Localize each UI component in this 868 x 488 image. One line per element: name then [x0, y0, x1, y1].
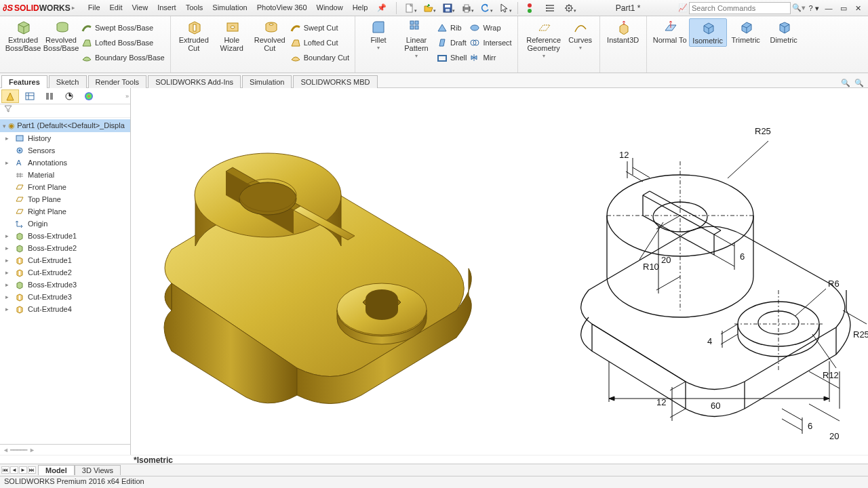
menu-help[interactable]: Help	[349, 2, 372, 14]
tree-item[interactable]: ▸Cut-Extrude2	[0, 266, 130, 279]
lofted-boss-button[interactable]: Lofted Boss/Base	[80, 36, 166, 49]
feature-tree[interactable]: ▾ ◉ Part1 (Default<<Default>_Displa ▸His…	[0, 118, 130, 444]
wrap-button[interactable]: Wrap	[468, 21, 513, 35]
options-gear-button[interactable]	[560, 1, 578, 15]
intersect-button[interactable]: Intersect	[468, 36, 513, 49]
expand-icon[interactable]: ▸	[5, 135, 12, 142]
menu-simulation[interactable]: Simulation	[208, 2, 251, 14]
tree-item[interactable]: Sensors	[0, 144, 130, 157]
tree-item[interactable]: ▸History	[0, 132, 130, 144]
open-button[interactable]	[420, 1, 437, 15]
dimetric-button[interactable]: Dimetric	[765, 18, 803, 45]
search-box[interactable]	[689, 2, 791, 14]
feature-filter[interactable]	[0, 104, 130, 118]
hole-wizard-button[interactable]: Hole Wizard	[213, 18, 251, 54]
linear-pattern-button[interactable]: Linear Pattern▾	[397, 18, 435, 61]
boss-icon	[14, 280, 25, 289]
extruded-cut-button[interactable]: Extruded Cut	[175, 18, 213, 54]
mirror-button[interactable]: Mirr	[468, 51, 513, 64]
tree-root[interactable]: ▾ ◉ Part1 (Default<<Default>_Displa	[0, 119, 130, 132]
tree-item[interactable]: ▸Cut-Extrude1	[0, 254, 130, 266]
expand-icon[interactable]: ▸	[5, 232, 12, 239]
tab-mbd[interactable]: SOLIDWORKS MBD	[293, 75, 377, 88]
tab-addins[interactable]: SOLIDWORKS Add-Ins	[148, 75, 241, 88]
trimetric-button[interactable]: Trimetric	[727, 18, 765, 45]
fm-tab-display[interactable]	[80, 89, 98, 103]
tab-sketch[interactable]: Sketch	[49, 75, 87, 88]
stats-icon[interactable]: 📈	[678, 3, 688, 12]
tree-item[interactable]: ▸Boss-Extrude3	[0, 279, 130, 291]
expand-icon[interactable]: ▸	[5, 281, 12, 288]
tab-render[interactable]: Render Tools	[88, 75, 147, 88]
rib-button[interactable]: Rib	[435, 21, 468, 35]
select-button[interactable]	[496, 1, 513, 15]
menu-tools[interactable]: Tools	[182, 2, 208, 14]
tree-item[interactable]: Origin	[0, 218, 130, 230]
expand-icon[interactable]: ▸	[5, 245, 12, 251]
swept-cut-button[interactable]: Swept Cut	[289, 21, 351, 35]
expand-icon[interactable]: ▸	[5, 159, 12, 166]
menu-edit[interactable]: Edit	[106, 2, 127, 14]
new-button[interactable]	[401, 1, 418, 15]
menu-photoview[interactable]: PhotoView 360	[253, 2, 311, 14]
menu-insert[interactable]: Insert	[153, 2, 180, 14]
isometric-button[interactable]: Isometric	[689, 18, 727, 47]
swept-boss-button[interactable]: Swept Boss/Base	[80, 21, 166, 35]
revolved-cut-button[interactable]: Revolved Cut	[251, 18, 289, 54]
curves-button[interactable]: Curves▾	[566, 18, 595, 53]
boundary-boss-button[interactable]: Boundary Boss/Base	[80, 51, 166, 64]
boundary-cut-button[interactable]: Boundary Cut	[289, 51, 351, 64]
tree-item[interactable]: Top Plane	[0, 193, 130, 205]
fm-tab-property[interactable]	[21, 89, 39, 103]
sheet-nav[interactable]: ⏮◄►⏭	[1, 466, 36, 474]
fm-tab-dimxpert[interactable]	[60, 89, 78, 103]
menu-view[interactable]: View	[127, 2, 152, 14]
tree-item[interactable]: ▸Boss-Extrude2	[0, 242, 130, 254]
save-button[interactable]	[439, 1, 456, 15]
close-button[interactable]: ✕	[852, 1, 865, 15]
help-button[interactable]: ? ▾	[807, 1, 821, 15]
revolved-boss-button[interactable]: Revolved Boss/Base	[42, 18, 80, 54]
normal-to-button[interactable]: Normal To	[651, 18, 689, 45]
fm-tab-features[interactable]	[1, 89, 19, 103]
tab-features[interactable]: Features	[1, 75, 47, 88]
fillet-button[interactable]: Fillet▾	[359, 18, 397, 53]
tree-item[interactable]: ▸AAnnotations	[0, 157, 130, 169]
expand-icon[interactable]: ▸	[5, 293, 12, 300]
shell-button[interactable]: Shell	[435, 51, 468, 64]
tree-item[interactable]: ▸Cut-Extrude4	[0, 303, 130, 315]
menu-window[interactable]: Window	[313, 2, 347, 14]
menu-pin-icon[interactable]: 📌	[373, 2, 391, 14]
tree-item-label: Sensors	[28, 146, 55, 155]
tab-model[interactable]: Model	[38, 465, 75, 475]
rebuild-button[interactable]	[522, 1, 540, 15]
instant3d-button[interactable]: Instant3D	[604, 18, 642, 45]
options-list-button[interactable]	[541, 1, 559, 15]
tree-scrollbar[interactable]: ◄ ━━━━━ ►	[0, 444, 130, 455]
print-button[interactable]	[458, 1, 475, 15]
undo-button[interactable]	[477, 1, 494, 15]
expand-icon[interactable]: ▸	[5, 257, 12, 264]
graphics-viewport[interactable]: R25 12 R10 6 20 R6 4 12 R25	[131, 88, 868, 455]
zoom-to-fit-icon[interactable]: 🔍	[841, 79, 850, 87]
draft-button[interactable]: Draft	[435, 36, 468, 49]
lofted-cut-button[interactable]: Lofted Cut	[289, 36, 351, 49]
expand-icon[interactable]: ▸	[5, 306, 12, 312]
menu-file[interactable]: File	[84, 2, 104, 14]
search-icon[interactable]: 🔍▾	[792, 3, 806, 12]
minimize-button[interactable]: —	[822, 1, 835, 15]
tree-item[interactable]: Front Plane	[0, 181, 130, 193]
tree-item[interactable]: Right Plane	[0, 205, 130, 218]
search-input[interactable]	[692, 4, 788, 12]
zoom-area-icon[interactable]: 🔍	[854, 79, 864, 87]
tab-3dviews[interactable]: 3D Views	[75, 465, 121, 475]
restore-button[interactable]: ▭	[837, 1, 850, 15]
tree-item[interactable]: ▸Cut-Extrude3	[0, 291, 130, 303]
extruded-boss-button[interactable]: Extruded Boss/Base	[4, 18, 42, 54]
fm-tab-config[interactable]	[41, 89, 58, 103]
ref-geometry-button[interactable]: Reference Geometry▾	[522, 18, 566, 61]
expand-icon[interactable]: ▸	[5, 269, 12, 276]
tree-item[interactable]: ▸Boss-Extrude1	[0, 230, 130, 242]
tab-simulation[interactable]: Simulation	[242, 75, 292, 88]
tree-item[interactable]: Material	[0, 169, 130, 181]
